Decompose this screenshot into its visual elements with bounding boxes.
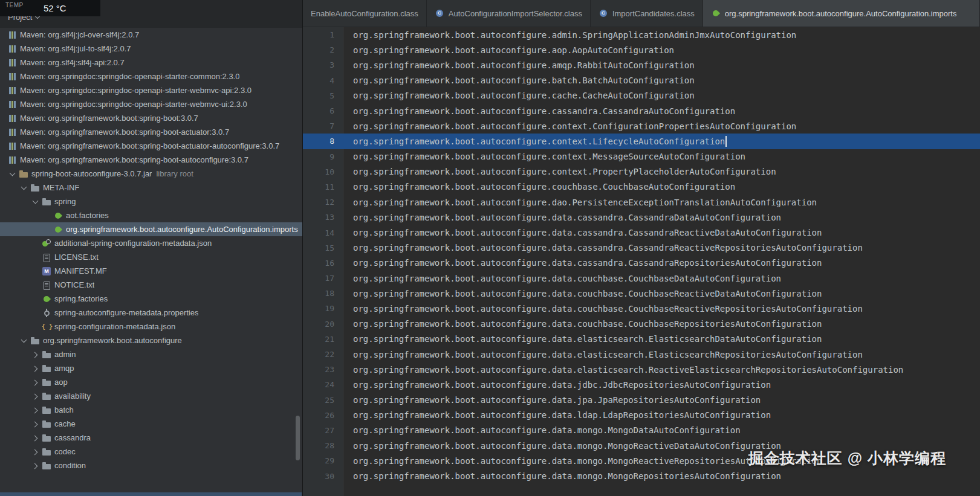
maven-library-icon [7,141,17,151]
line-number: 4 [303,76,343,85]
tree-item[interactable]: org.springframework.boot.autoconfigure [0,333,302,347]
tree-item[interactable]: Maven: org.springdoc:springdoc-openapi-s… [0,97,302,111]
tree-item[interactable]: Maven: org.slf4j:jul-to-slf4j:2.0.7 [0,42,302,56]
chevron-right-icon[interactable] [31,419,42,429]
chevron-right-icon[interactable] [31,378,42,387]
code-line[interactable]: 3org.springframework.boot.autoconfigure.… [303,57,980,72]
tree-item[interactable]: org.springframework.boot.autoconfigure.A… [0,222,302,236]
editor-tab[interactable]: AutoConfigurationImportSelector.class [427,0,591,27]
tree-item[interactable]: spring.factories [0,292,302,306]
project-tree-scrollbar[interactable] [296,416,300,460]
class-icon [435,8,444,18]
code-line[interactable]: 17org.springframework.boot.autoconfigure… [303,271,980,286]
tree-item[interactable]: spring-configuration-metadata.json [0,320,302,333]
code-line[interactable]: 4org.springframework.boot.autoconfigure.… [303,73,980,88]
folder-icon [42,391,51,401]
tree-item[interactable]: LICENSE.txt [0,250,302,264]
tree-item[interactable]: batch [0,403,302,417]
chevron-down-icon[interactable] [31,197,42,207]
code-line[interactable]: 12org.springframework.boot.autoconfigure… [303,195,980,210]
tree-partial-row [0,492,302,496]
chevron-right-icon[interactable] [31,447,42,457]
folder-icon [42,364,51,373]
line-number: 5 [303,91,343,100]
tree-item[interactable]: spring [0,195,302,208]
tree-item[interactable]: aot.factories [0,208,302,222]
tree-item[interactable]: Maven: org.slf4j:slf4j-api:2.0.7 [0,56,302,69]
chevron-down-icon[interactable] [8,169,19,179]
tree-item-label: Maven: org.springdoc:springdoc-openapi-s… [20,86,251,95]
line-number: 8 [303,137,343,146]
tree-item[interactable]: Maven: org.springdoc:springdoc-openapi-s… [0,83,302,97]
code-line[interactable]: 13org.springframework.boot.autoconfigure… [303,210,980,225]
code-line[interactable]: 2org.springframework.boot.autoconfigure.… [303,42,980,57]
editor[interactable]: 1org.springframework.boot.autoconfigure.… [303,27,980,496]
code-line[interactable]: 11org.springframework.boot.autoconfigure… [303,179,980,195]
tree-item[interactable]: cache [0,417,302,431]
chevron-right-icon[interactable] [31,461,42,471]
code-line[interactable]: 14org.springframework.boot.autoconfigure… [303,225,980,240]
tree-item[interactable]: spring-autoconfigure-metadata.properties [0,306,302,320]
code-line[interactable]: 15org.springframework.boot.autoconfigure… [303,240,980,256]
editor-tab[interactable]: org.springframework.boot.autoconfigure.A… [703,0,980,27]
code-line[interactable]: 19org.springframework.boot.autoconfigure… [303,301,980,316]
folder-icon [42,350,51,359]
tree-item[interactable]: Maven: org.springframework.boot:spring-b… [0,111,302,125]
code-line[interactable]: 20org.springframework.boot.autoconfigure… [303,317,980,332]
code-line[interactable]: 25org.springframework.boot.autoconfigure… [303,393,980,408]
code-line[interactable]: 7org.springframework.boot.autoconfigure.… [303,118,980,134]
editor-tab[interactable]: EnableAutoConfiguration.class [303,0,427,27]
tree-item[interactable]: admin [0,347,302,361]
editor-tab[interactable]: ImportCandidates.class [591,0,703,27]
tree-item[interactable]: additional-spring-configuration-metadata… [0,236,302,250]
tree-item[interactable]: Maven: org.springframework.boot:spring-b… [0,139,302,153]
code-line[interactable]: 10org.springframework.boot.autoconfigure… [303,164,980,179]
code-text: org.springframework.boot.autoconfigure.d… [343,228,822,237]
code-line[interactable]: 24org.springframework.boot.autoconfigure… [303,377,980,392]
tree-item[interactable]: aop [0,375,302,389]
code-line[interactable]: 30org.springframework.boot.autoconfigure… [303,468,980,483]
editor-area: EnableAutoConfiguration.classAutoConfigu… [303,0,980,496]
code-line[interactable]: 22org.springframework.boot.autoconfigure… [303,347,980,362]
chevron-right-icon[interactable] [31,364,42,373]
line-number: 12 [303,198,343,207]
tree-item[interactable]: condition [0,459,302,472]
chevron-down-icon[interactable] [19,336,30,346]
tree-item[interactable]: spring-boot-autoconfigure-3.0.7.jarlibra… [0,167,302,181]
code-line[interactable]: 9org.springframework.boot.autoconfigure.… [303,149,980,164]
maven-library-icon [7,100,17,109]
maven-library-icon [7,114,17,123]
tree-item[interactable]: Maven: org.springdoc:springdoc-openapi-s… [0,69,302,83]
tree-item[interactable]: NOTICE.txt [0,278,302,292]
code-text: org.springframework.boot.autoconfigure.d… [343,471,781,481]
tree-item[interactable]: Maven: org.springframework.boot:spring-b… [0,153,302,167]
tree-item[interactable]: cassandra [0,431,302,445]
chevron-right-icon[interactable] [31,391,42,401]
tree-item[interactable]: MANIFEST.MF [0,264,302,278]
code-line[interactable]: 23org.springframework.boot.autoconfigure… [303,362,980,377]
code-line[interactable]: 6org.springframework.boot.autoconfigure.… [303,103,980,118]
code-line[interactable]: 26org.springframework.boot.autoconfigure… [303,408,980,423]
code-line[interactable]: 5org.springframework.boot.autoconfigure.… [303,88,980,103]
code-line[interactable]: 21org.springframework.boot.autoconfigure… [303,332,980,347]
tree-item-label: spring-autoconfigure-metadata.properties [54,308,198,317]
code-line[interactable]: 16org.springframework.boot.autoconfigure… [303,256,980,271]
tree-item[interactable]: Maven: org.springframework.boot:spring-b… [0,125,302,139]
code-line[interactable]: 1org.springframework.boot.autoconfigure.… [303,27,980,42]
tree-item[interactable]: amqp [0,361,302,375]
chevron-right-icon[interactable] [31,433,42,443]
code-text: org.springframework.boot.autoconfigure.d… [343,243,863,253]
code-text: org.springframework.boot.autoconfigure.d… [343,289,822,298]
code-line[interactable]: 18org.springframework.boot.autoconfigure… [303,286,980,301]
tree-item[interactable]: Maven: org.slf4j:jcl-over-slf4j:2.0.7 [0,28,302,42]
chevron-right-icon[interactable] [31,405,42,415]
spring-leaf-icon [53,225,63,234]
chevron-right-icon[interactable] [31,350,42,359]
tree-item[interactable]: META-INF [0,181,302,195]
tree-item[interactable]: codec [0,445,302,459]
chevron-down-icon[interactable] [19,183,30,193]
code-line[interactable]: 8org.springframework.boot.autoconfigure.… [303,134,980,149]
code-line[interactable]: 27org.springframework.boot.autoconfigure… [303,423,980,438]
tree-item[interactable]: availability [0,389,302,403]
code-text: org.springframework.boot.autoconfigure.d… [343,213,781,222]
